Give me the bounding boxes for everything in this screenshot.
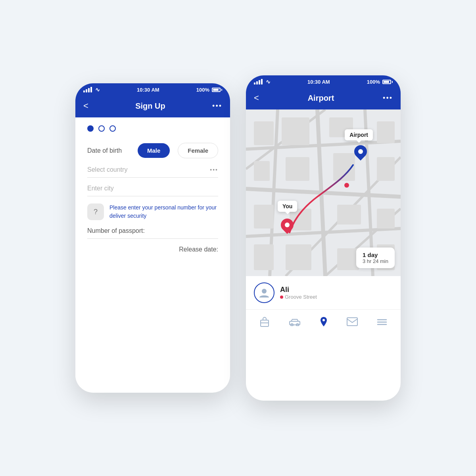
driver-details: Ali Groove Street [280, 286, 317, 300]
battery-tip-right [392, 81, 393, 83]
bottom-nav [246, 310, 401, 336]
signal-bar-r4 [261, 79, 263, 84]
svg-rect-24 [337, 248, 359, 270]
signal-bar-2 [86, 89, 87, 92]
step-dot-3 [109, 125, 116, 132]
nav-menu-icon[interactable] [377, 317, 387, 328]
signup-content: Date of birth Male Female Select country… [75, 117, 230, 387]
airport-pin-head [351, 142, 369, 160]
select-country-placeholder: Select country [87, 166, 127, 173]
header-bar-right: < Airport ••• [246, 88, 401, 109]
status-time-right: 10:30 AM [307, 79, 330, 85]
svg-rect-16 [333, 153, 355, 181]
airport-pin-inner [358, 149, 363, 154]
step-dot-1 [87, 125, 94, 132]
header-bar-left: < Sign Up ••• [75, 96, 230, 117]
signal-bar-r3 [259, 80, 260, 84]
nav-car-icon[interactable] [289, 317, 301, 328]
nav-bag-icon[interactable] [259, 316, 270, 330]
airport-phone: ∿ 10:30 AM 100% < Airport ••• [246, 75, 401, 401]
airport-pin [354, 145, 367, 158]
battery-fill [213, 89, 219, 91]
duration-day: 1 day [363, 251, 388, 258]
you-tooltip-text: You [282, 203, 292, 209]
driver-info: Ali Groove Street [246, 276, 401, 310]
status-right-left: ∿ [254, 79, 271, 85]
route-midpoint [344, 183, 349, 188]
nav-location-icon[interactable] [320, 317, 328, 329]
step-dot-2 [98, 125, 105, 132]
svg-rect-17 [377, 157, 395, 181]
gender-row: Date of birth Male Female [87, 143, 218, 158]
female-button[interactable]: Female [178, 143, 218, 158]
male-button[interactable]: Male [138, 143, 170, 158]
dob-label: Date of birth [87, 147, 130, 154]
back-button-right[interactable]: < [254, 93, 259, 103]
avatar-icon [259, 287, 270, 298]
driver-location: Groove Street [280, 294, 317, 300]
driver-name: Ali [280, 286, 317, 294]
svg-rect-13 [377, 121, 395, 143]
page-title-right: Airport [308, 94, 334, 103]
enter-city-placeholder: Enter city [87, 185, 114, 192]
airport-tooltip-text: Airport [349, 132, 368, 138]
hint-icon: ? [87, 203, 104, 220]
signal-bars-right [254, 79, 263, 84]
duration-time: 3 hr 24 min [363, 258, 388, 264]
driver-location-text: Groove Street [285, 294, 317, 300]
wifi-icon: ∿ [95, 86, 100, 93]
page-title-left: Sign Up [135, 102, 165, 111]
driver-avatar [254, 282, 274, 303]
svg-rect-20 [337, 205, 361, 225]
svg-rect-18 [254, 205, 274, 228]
svg-rect-11 [282, 117, 309, 145]
you-tooltip: You [278, 201, 297, 212]
battery-icon-right: 100% [367, 79, 393, 85]
passport-row[interactable]: Number of passport: [87, 227, 218, 239]
svg-point-26 [262, 289, 267, 294]
hint-box: ? Please enter your personal number for … [87, 203, 218, 220]
duration-box: 1 day 3 hr 24 min [356, 248, 395, 268]
release-label: Release date: [179, 246, 218, 253]
signal-bar-r1 [254, 83, 255, 84]
battery-icon-left: 100% [196, 87, 222, 93]
svg-rect-21 [377, 209, 395, 228]
battery-body-right [382, 80, 391, 84]
signal-bar-1 [83, 90, 85, 92]
you-pin-head [278, 216, 296, 234]
select-country-dots[interactable]: ••• [210, 167, 218, 173]
wifi-icon-right: ∿ [266, 79, 271, 85]
you-pin [281, 219, 294, 231]
you-pin-inner [285, 223, 290, 227]
map-container: Airport You 1 day 3 hr 24 min [246, 109, 401, 276]
status-bar-right: ∿ 10:30 AM 100% [246, 75, 401, 88]
nav-message-icon[interactable] [347, 317, 358, 328]
airport-tooltip: Airport [345, 129, 373, 140]
svg-rect-23 [286, 244, 311, 270]
battery-percent-right: 100% [367, 79, 380, 85]
more-button-left[interactable]: ••• [212, 102, 222, 110]
battery-percent-left: 100% [196, 87, 209, 93]
passport-label: Number of passport: [87, 227, 145, 234]
signup-phone: ∿ 10:30 AM 100% < Sign Up ••• Date of bi… [75, 83, 230, 393]
more-button-right[interactable]: ••• [383, 94, 393, 102]
enter-city-row[interactable]: Enter city [87, 185, 218, 196]
back-button-left[interactable]: < [83, 101, 88, 111]
battery-fill-right [384, 81, 389, 83]
signal-bar-4 [90, 87, 92, 92]
battery-tip [221, 89, 222, 91]
status-left: ∿ [83, 86, 100, 93]
svg-rect-15 [286, 157, 309, 181]
svg-point-32 [322, 319, 325, 321]
release-row[interactable]: Release date: [87, 246, 218, 253]
svg-rect-33 [347, 318, 357, 326]
signal-bar-3 [88, 88, 90, 92]
svg-rect-14 [254, 161, 270, 181]
svg-rect-10 [254, 121, 274, 145]
step-dots [87, 125, 218, 132]
location-dot-icon [280, 296, 283, 299]
battery-body [212, 88, 221, 92]
select-country-row[interactable]: Select country ••• [87, 166, 218, 178]
status-time-left: 10:30 AM [137, 87, 159, 93]
signal-bars [83, 87, 92, 92]
